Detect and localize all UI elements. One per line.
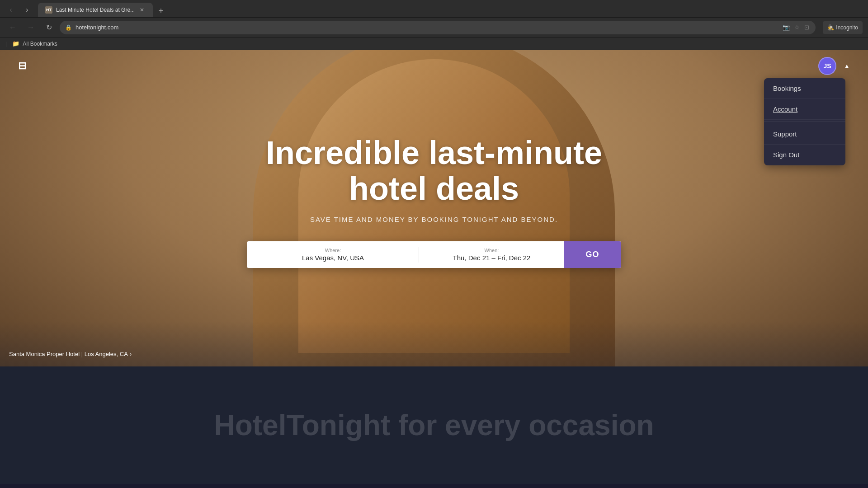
support-label: Support	[773, 130, 797, 138]
dropdown-divider	[764, 122, 845, 122]
logo-icon: ⊟	[18, 60, 27, 72]
avatar-initials: JS	[824, 62, 831, 70]
lock-icon: 🔒	[65, 24, 72, 31]
when-label: When:	[428, 248, 555, 253]
tab-bar: ‹ › HT Last Minute Hotel Deals at Gre...…	[0, 0, 868, 17]
address-bar[interactable]: 🔒 hoteltonight.com 📷 ☆ ⊡	[60, 21, 816, 34]
reader-mode-icon[interactable]: ⊡	[803, 23, 810, 32]
hotel-nav-right: JS ▲	[818, 57, 850, 75]
incognito-icon: 🕵	[827, 24, 834, 31]
active-tab[interactable]: HT Last Minute Hotel Deals at Gre... ✕	[38, 3, 153, 17]
navigation-bar: ← → ↻ 🔒 hoteltonight.com 📷 ☆ ⊡ 🕵 Incogni…	[0, 17, 868, 37]
account-label: Account	[773, 105, 797, 113]
bookings-label: Bookings	[773, 84, 801, 92]
tab-close-button[interactable]: ✕	[138, 6, 146, 14]
tab-favicon: HT	[45, 6, 52, 14]
separator: |	[5, 41, 7, 47]
below-hero-text: HotelTonight for every occasion	[214, 408, 654, 442]
back-button[interactable]: ←	[5, 20, 20, 35]
sign-out-label: Sign Out	[773, 151, 799, 159]
dropdown-bookings[interactable]: Bookings	[764, 78, 845, 99]
caption-text: Santa Monica Proper Hotel | Los Angeles,…	[9, 351, 128, 357]
below-hero-section: HotelTonight for every occasion	[0, 366, 868, 484]
headline-line2: hotel deals	[349, 170, 519, 206]
tab-forward-btn[interactable]: ›	[20, 3, 34, 17]
main-content: ⊟ HotelTonight JS ▲ Bookings Account Sup…	[0, 50, 868, 484]
dropdown-support[interactable]: Support	[764, 124, 845, 145]
hero-section: ⊟ HotelTonight JS ▲ Bookings Account Sup…	[0, 50, 868, 366]
star-bookmark-icon[interactable]: ☆	[793, 23, 801, 32]
go-button[interactable]: GO	[564, 241, 621, 268]
hero-text-block: Incredible last-minute hotel deals SAVE …	[247, 135, 621, 268]
new-tab-button[interactable]: +	[155, 5, 167, 17]
hero-subtext: SAVE TIME AND MONEY BY BOOKING TONIGHT A…	[247, 216, 621, 223]
when-field[interactable]: When: Thu, Dec 21 – Fri, Dec 22	[419, 241, 564, 268]
headline-line1: Incredible last-minute	[266, 135, 602, 171]
incognito-button[interactable]: 🕵 Incognito	[823, 21, 863, 34]
hotel-navbar: ⊟ HotelTonight JS ▲	[0, 50, 868, 82]
user-dropdown-menu: Bookings Account Support Sign Out	[764, 78, 845, 165]
user-avatar-button[interactable]: JS	[818, 57, 836, 75]
hero-bottom-gradient	[0, 321, 868, 366]
go-button-label: GO	[585, 250, 599, 259]
address-text: hoteltonight.com	[75, 24, 778, 31]
dropdown-sign-out[interactable]: Sign Out	[764, 145, 845, 165]
bookmarks-bar: | 📁 All Bookmarks	[0, 37, 868, 50]
camera-off-icon[interactable]: 📷	[782, 23, 791, 32]
dropdown-arrow-icon[interactable]: ▲	[844, 62, 850, 70]
caption-arrow-icon: ›	[130, 351, 132, 357]
folder-icon: 📁	[12, 40, 19, 47]
bookmarks-label: All Bookmarks	[23, 41, 57, 47]
reload-button[interactable]: ↻	[42, 20, 56, 35]
where-label: Where:	[256, 248, 410, 253]
hero-caption[interactable]: Santa Monica Proper Hotel | Los Angeles,…	[9, 351, 132, 357]
where-field[interactable]: Where: Las Vegas, NV, USA	[247, 241, 419, 268]
dropdown-account[interactable]: Account	[764, 99, 845, 120]
where-value: Las Vegas, NV, USA	[302, 254, 364, 262]
search-bar: Where: Las Vegas, NV, USA When: Thu, Dec…	[247, 241, 621, 268]
hero-headline: Incredible last-minute hotel deals	[247, 135, 621, 206]
incognito-label: Incognito	[836, 24, 858, 31]
tab-title: Last Minute Hotel Deals at Gre...	[56, 7, 135, 13]
when-value: Thu, Dec 21 – Fri, Dec 22	[453, 254, 531, 262]
forward-button[interactable]: →	[24, 20, 38, 35]
tab-back-btn[interactable]: ‹	[4, 3, 18, 17]
hotel-logo: ⊟ HotelTonight	[18, 60, 42, 72]
